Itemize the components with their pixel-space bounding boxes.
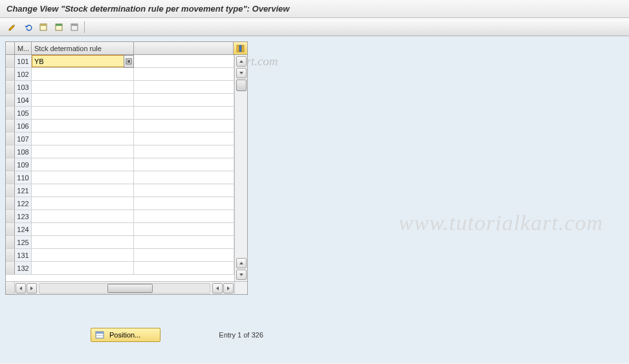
rule-input[interactable] <box>32 145 133 158</box>
cell-determination-rule <box>32 107 134 119</box>
vertical-scroll-thumb[interactable] <box>236 80 247 91</box>
cell-movement-type: 109 <box>15 158 32 171</box>
table-row: 124 <box>6 223 234 236</box>
row-selector[interactable] <box>6 94 15 106</box>
row-selector[interactable] <box>6 145 15 158</box>
column-header-gap <box>134 42 233 54</box>
rule-input[interactable] <box>32 158 133 171</box>
row-selector[interactable] <box>6 81 15 93</box>
horizontal-scroll-thumb[interactable] <box>107 284 153 293</box>
rule-input[interactable] <box>32 120 133 132</box>
rule-input[interactable] <box>32 94 133 106</box>
row-selector[interactable] <box>6 223 15 235</box>
cell-gap <box>134 120 234 132</box>
cell-gap <box>134 262 234 274</box>
cell-movement-type: 132 <box>15 262 32 274</box>
cell-movement-type: 104 <box>15 94 32 106</box>
scroll-up-button[interactable] <box>236 56 247 67</box>
row-selector[interactable] <box>6 210 15 222</box>
row-selector[interactable] <box>6 55 15 67</box>
row-selector[interactable] <box>6 68 15 80</box>
rule-input[interactable] <box>32 184 133 197</box>
scroll-right-button[interactable] <box>27 283 37 294</box>
row-selector[interactable] <box>6 236 15 248</box>
table-row: 101 <box>6 55 234 68</box>
row-selector[interactable] <box>6 249 15 261</box>
row-selector[interactable] <box>6 158 15 171</box>
cell-movement-type: 122 <box>15 197 32 209</box>
row-selector[interactable] <box>6 197 15 209</box>
column-header-mvt[interactable]: M... <box>15 42 32 54</box>
data-table: M... Stck determation rule 1011021031041… <box>5 41 248 295</box>
select-all-button[interactable] <box>36 21 50 34</box>
content-area: © www.tutorialkart.com www.tutorialkart.… <box>0 36 629 363</box>
table-settings-button[interactable] <box>233 42 247 54</box>
entry-counter: Entry 1 of 326 <box>219 331 263 339</box>
cell-gap <box>134 107 234 119</box>
rule-input[interactable] <box>32 223 133 235</box>
cell-determination-rule <box>32 223 134 235</box>
cell-determination-rule <box>32 262 134 274</box>
value-help-button[interactable] <box>124 55 134 68</box>
svg-rect-6 <box>237 45 239 52</box>
cell-gap <box>134 55 234 67</box>
cell-determination-rule <box>32 55 134 67</box>
cell-movement-type: 107 <box>15 133 32 145</box>
rule-input[interactable] <box>32 262 133 274</box>
rule-input[interactable] <box>32 107 133 119</box>
cell-determination-rule <box>32 81 134 93</box>
svg-rect-12 <box>96 332 104 334</box>
cell-gap <box>134 197 234 209</box>
horizontal-scroll-track[interactable] <box>39 283 210 294</box>
app-toolbar <box>0 18 629 36</box>
cell-gap <box>134 145 234 158</box>
table-row: 106 <box>6 120 234 133</box>
rule-input[interactable] <box>32 81 133 93</box>
undo-button[interactable] <box>21 21 35 34</box>
column-header-selector[interactable] <box>6 42 15 54</box>
table-row: 105 <box>6 107 234 120</box>
row-selector[interactable] <box>6 171 15 184</box>
cell-movement-type: 106 <box>15 120 32 132</box>
row-selector[interactable] <box>6 133 15 145</box>
scroll-left-button-2[interactable] <box>212 283 223 294</box>
table-row: 104 <box>6 94 234 107</box>
table-header-row: M... Stck determation rule <box>6 42 247 55</box>
row-selector[interactable] <box>6 262 15 274</box>
cell-gap <box>134 158 234 171</box>
rule-input[interactable] <box>32 197 133 209</box>
row-selector[interactable] <box>6 120 15 132</box>
row-selector[interactable] <box>6 184 15 197</box>
rule-input[interactable] <box>32 210 133 222</box>
scroll-down-button[interactable] <box>236 68 247 78</box>
select-block-button[interactable] <box>52 21 66 34</box>
rule-input[interactable] <box>32 236 133 248</box>
table-row: 131 <box>6 249 234 262</box>
svg-rect-1 <box>40 24 47 26</box>
rule-input[interactable] <box>32 55 133 67</box>
rule-input[interactable] <box>32 68 133 80</box>
scroll-down-button-bottom[interactable] <box>236 270 247 280</box>
vertical-scrollbar <box>234 55 247 281</box>
scroll-up-button-bottom[interactable] <box>236 258 247 268</box>
scroll-left-button[interactable] <box>16 283 26 294</box>
column-header-rule[interactable]: Stck determation rule <box>32 42 134 54</box>
rule-input[interactable] <box>32 133 133 145</box>
toggle-display-change-button[interactable] <box>5 21 19 34</box>
rule-input[interactable] <box>32 171 133 184</box>
vertical-scroll-track[interactable] <box>236 80 247 257</box>
rule-input[interactable] <box>32 249 133 261</box>
table-row: 103 <box>6 81 234 94</box>
table-row: 107 <box>6 133 234 145</box>
scroll-right-button-2[interactable] <box>223 283 234 294</box>
toolbar-separator <box>84 21 85 33</box>
cell-determination-rule <box>32 145 134 158</box>
table-row: 102 <box>6 68 234 81</box>
page-title: Change View "Stock determination rule pe… <box>0 0 629 18</box>
cell-gap <box>134 236 234 248</box>
cell-gap <box>134 81 234 93</box>
svg-rect-8 <box>242 45 244 52</box>
deselect-all-button[interactable] <box>67 21 82 34</box>
row-selector[interactable] <box>6 107 15 119</box>
position-button[interactable]: Position... <box>91 328 160 342</box>
